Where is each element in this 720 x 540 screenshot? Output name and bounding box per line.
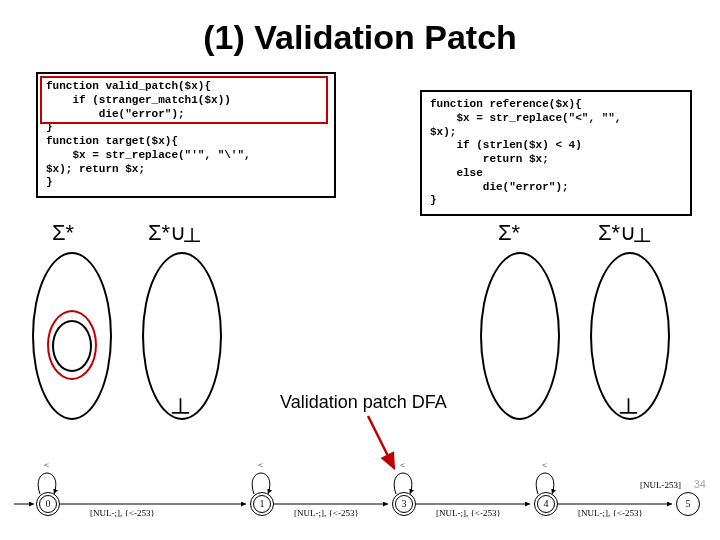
dfa-state-5: 5 xyxy=(676,492,700,516)
sigma-star-left-1: Σ* xyxy=(52,220,74,246)
dfa-diagram: 0 1 3 4 5 < < < < [NUL-;], {<-253} [NUL-… xyxy=(0,460,720,538)
code-box-reference: function reference($x){ $x = str_replace… xyxy=(420,90,692,216)
oval-left-2 xyxy=(142,252,222,420)
oval-right-1 xyxy=(480,252,560,420)
dfa-edge-label-5: [NUL-253] xyxy=(640,480,681,490)
dfa-edge-label-2: [NUL-;], {<-253} xyxy=(294,508,359,518)
dfa-state-4: 4 xyxy=(534,492,558,516)
dfa-state-1: 1 xyxy=(250,492,274,516)
page-number: 34 xyxy=(694,478,706,490)
sigma-union-left: Σ*∪┴ xyxy=(148,220,200,254)
bot-symbol-left: ┴ xyxy=(172,398,189,426)
inner-black-oval xyxy=(52,320,92,372)
dfa-edge-label-4: [NUL-;], {<-253} xyxy=(578,508,643,518)
dfa-loop-label-3: < xyxy=(400,460,405,470)
dfa-state-0: 0 xyxy=(36,492,60,516)
dfa-state-3: 3 xyxy=(392,492,416,516)
sigma-star-right: Σ* xyxy=(498,220,520,246)
oval-right-2 xyxy=(590,252,670,420)
page-title: (1) Validation Patch xyxy=(0,0,720,57)
dfa-loop-label-0: < xyxy=(44,460,49,470)
bot-symbol-right: ┴ xyxy=(620,398,637,426)
sigma-union-right: Σ*∪┴ xyxy=(598,220,650,254)
dfa-edge-label-1: [NUL-;], {<-253} xyxy=(90,508,155,518)
dfa-loop-label-1: < xyxy=(258,460,263,470)
dfa-loop-label-4: < xyxy=(542,460,547,470)
dfa-edge-label-3: [NUL-;], {<-253} xyxy=(436,508,501,518)
highlight-rect-left xyxy=(40,76,328,124)
